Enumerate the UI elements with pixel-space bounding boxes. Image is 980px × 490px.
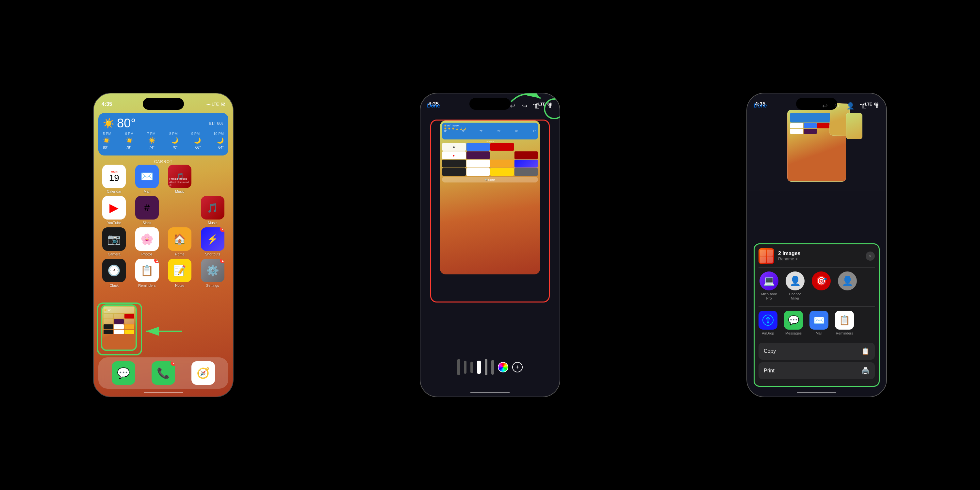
app-settings[interactable]: ⚙️ 2 Settings [197,259,229,288]
print-icon: 🖨️ [861,367,870,375]
dock-messages[interactable]: 💬 [112,361,135,385]
app-slack[interactable]: # Slack [131,196,163,225]
time-1: 4:35 [102,101,112,107]
person2-avatar: 👤 [842,275,853,286]
music-album: Albert Hammond Jr. [169,181,190,187]
dock-1: 💬 📞 1 🧭 [98,357,228,389]
tool-4[interactable] [477,361,481,374]
tool-2[interactable] [464,361,466,374]
shortcuts-badge: 2 [220,228,224,232]
phone-badge: 1 [170,361,175,366]
recipient-target[interactable]: 🎯 [811,272,832,301]
home-indicator-2 [470,392,510,393]
home-icon: 🏠 [173,233,186,245]
app-grid-1: MON 19 Calendar ✉️ Mail 🎵 Francis Troubl… [98,165,228,288]
app-shortcuts[interactable]: ⚡ 2 Shortcuts [197,228,229,256]
weather-hours: 5 PM 6 PM 7 PM 8 PM 9 PM 10 PM [103,132,224,135]
dock-safari[interactable]: 🧭 [191,361,215,385]
messages-share-icon: 💬 [788,315,799,326]
home-indicator-1 [144,392,183,393]
done-button-2[interactable]: Done [427,103,440,109]
app-music2[interactable]: 🎵 Music [197,196,229,225]
reminders-badge: 2 [154,259,159,263]
arrow-to-share-sheet [560,253,560,292]
chance-avatar: 👤 [789,275,801,286]
messages-label: Messages [785,331,802,335]
add-tool-button[interactable]: + [512,362,523,372]
color-picker[interactable] [498,362,508,372]
share-app-reminders[interactable]: 📋 Reminders [835,311,854,335]
battery-1: 62 [221,102,225,107]
share-sheet: 2 Images Rename > × 💻 MichBookPro 👤 Chan… [754,243,880,387]
app-calendar[interactable]: MON 19 Calendar [98,165,130,193]
close-share-button[interactable]: × [865,251,875,261]
weather-widget: ☀️ 80° 81↑ 60↓ 5 PM 6 PM 7 PM 8 PM 9 PM … [98,113,228,156]
share-icon-3[interactable]: ⬆ [874,102,880,110]
phone-2: 4:35 ▪▪▪ LTE 62 Done ↩ ↪ 🗑 ⬆ [420,93,560,397]
svg-point-4 [767,321,769,323]
app-clock[interactable]: 🕐 Clock [98,259,130,288]
signal-1: ▪▪▪ LTE [207,102,219,107]
messages-icon: 💬 [117,367,130,379]
safari-icon: 🧭 [197,367,210,379]
arrow-to-share [508,93,547,105]
share-app-airdrop[interactable]: AirDrop [759,311,778,335]
app-notes[interactable]: 📝 Notes [164,259,196,288]
editor-toolbar-3: Done ↩ ↪ 👤 🗑 ⬆ [747,94,886,115]
app-reminders[interactable]: 📋 2 Reminders [131,259,163,288]
app-home[interactable]: 🏠 Home [164,228,196,256]
rename-button[interactable]: Rename > [778,256,800,261]
editor-toolbar-icons-3: ↩ ↪ 👤 🗑 ⬆ [822,102,880,110]
redo-icon-3[interactable]: ↪ [834,102,840,110]
person-icon-3[interactable]: 👤 [846,102,854,110]
tool-5[interactable] [485,359,487,375]
app-music[interactable]: 🎵 Francis Trouble Albert Hammond Jr. Mus… [164,165,196,193]
tool-1[interactable] [457,359,460,375]
tool-6[interactable] [491,360,494,375]
share-apps-row: AirDrop 💬 Messages ✉️ Mail 📋 Reminders [759,311,875,335]
editor-bottom-tools: + [420,357,560,377]
preview-stack [784,103,850,181]
status-bar-1: 4:35 ▪▪▪ LTE 62 [94,94,233,111]
michbook-icon: 💻 [764,275,775,286]
app-photos[interactable]: 🌸 Photos [131,228,163,256]
status-right-1: ▪▪▪ LTE 62 [207,102,225,107]
undo-icon-3[interactable]: ↩ [822,102,828,110]
music-artist: Francis Trouble [169,177,190,181]
notes-icon: 📝 [173,264,186,277]
target-avatar: 🎯 [816,275,827,286]
share-app-messages[interactable]: 💬 Messages [784,311,803,335]
tool-3[interactable] [470,362,473,373]
done-button-3[interactable]: Done [754,103,767,109]
share-app-mail[interactable]: ✉️ Mail [810,311,829,335]
app-camera[interactable]: 📷 Camera [98,228,130,256]
app-youtube[interactable]: ▶ YouTube [98,196,130,225]
shortcuts-icon: ⚡ [207,234,218,245]
share-recipients: 💻 MichBookPro 👤 ChanceMiller 🎯 👤 [759,272,875,302]
copy-action[interactable]: Copy 📋 [759,343,875,360]
share-divider-1 [759,306,875,307]
editor-toolbar-icons: ↩ ↪ 🗑 ⬆ [510,102,553,110]
chance-name: ChanceMiller [789,292,801,301]
camera-icon: 📷 [108,233,121,245]
airdrop-label: AirDrop [762,331,774,335]
slack-icon: # [144,202,150,213]
dock-phone[interactable]: 📞 1 [151,361,175,385]
settings-icon: ⚙️ [206,264,219,277]
phone-icon: 📞 [157,367,170,379]
airdrop-icon [762,315,773,326]
copy-label: Copy [764,348,776,354]
share-icon[interactable]: ⬆ [547,102,553,110]
recipient-person2[interactable]: 👤 [837,272,858,301]
weather-icons-row: ☀️ ☀️ ☀️ 🌙 🌙 🌙 [103,137,224,144]
share-button-wrapper[interactable]: ⬆ [547,102,553,110]
recipient-michbook[interactable]: 💻 MichBookPro [759,272,780,301]
recipient-chance[interactable]: 👤 ChanceMiller [785,272,805,301]
print-action[interactable]: Print 🖨️ [759,362,875,379]
michbook-name: MichBookPro [761,292,777,301]
app-mail[interactable]: ✉️ Mail [131,165,163,193]
weather-range: 81↑ 60↓ [209,121,224,126]
carrot-label: CARROT [94,159,233,164]
app-empty-1 [197,165,229,193]
trash-icon-3[interactable]: 🗑 [861,102,868,110]
